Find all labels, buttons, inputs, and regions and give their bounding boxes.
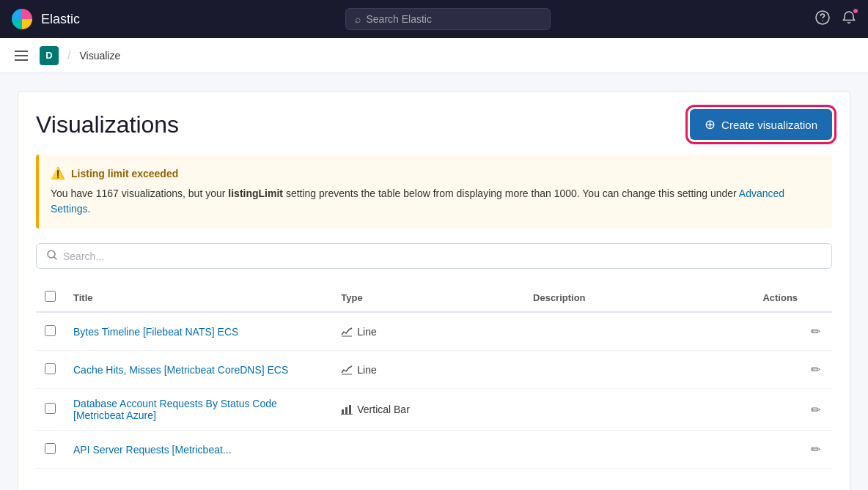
type-label: Line <box>357 364 376 376</box>
search-icon: ⌕ <box>355 13 361 25</box>
search-bar-container: ⌕ Search Elastic <box>89 8 806 30</box>
page-header: Visualizations ⊕ Create visualization <box>36 109 832 140</box>
viz-title-link[interactable]: API Server Requests [Metricbeat... <box>73 444 232 456</box>
notifications-button[interactable] <box>842 10 856 29</box>
viz-title-link[interactable]: Database Account Requests By Status Code… <box>73 398 277 421</box>
select-all-checkbox[interactable] <box>45 291 56 302</box>
page-title: Visualizations <box>36 111 179 138</box>
table-row: API Server Requests [Metricbeat... ✏ <box>36 431 832 469</box>
search-bar-placeholder: Search Elastic <box>367 13 432 25</box>
content-card: Visualizations ⊕ Create visualization ⚠️… <box>18 91 850 490</box>
hamburger-line-1 <box>15 51 28 52</box>
edit-button[interactable]: ✏ <box>808 360 823 379</box>
table-row: Database Account Requests By Status Code… <box>36 389 832 431</box>
breadcrumb-separator: / <box>67 49 70 62</box>
visualizations-table-container: Title Type Description Actions Bytes Tim… <box>36 283 832 490</box>
breadcrumb-label: Visualize <box>79 50 120 62</box>
create-visualization-button[interactable]: ⊕ Create visualization <box>690 109 832 140</box>
line-chart-icon <box>341 364 353 376</box>
type-cell: Line <box>341 364 515 376</box>
description-cell <box>524 389 754 431</box>
svg-rect-6 <box>342 409 344 414</box>
svg-rect-7 <box>345 407 347 414</box>
global-search-bar[interactable]: ⌕ Search Elastic <box>345 8 551 30</box>
elastic-logo <box>12 9 32 29</box>
col-header-actions: Actions <box>754 283 832 312</box>
edit-button[interactable]: ✏ <box>808 322 823 341</box>
row-checkbox[interactable] <box>45 325 56 336</box>
sub-navigation: D / Visualize <box>0 38 868 73</box>
type-label: Line <box>357 326 376 338</box>
help-button[interactable] <box>815 10 830 29</box>
search-input-wrapper <box>36 243 832 269</box>
edit-button[interactable]: ✏ <box>808 400 823 420</box>
svg-point-1 <box>822 20 823 21</box>
col-header-description: Description <box>524 283 754 312</box>
warning-body-prefix: You have 1167 visualizations, but your <box>51 188 228 199</box>
help-icon <box>815 10 830 25</box>
type-cell: Line <box>341 326 515 338</box>
col-header-type: Type <box>332 283 524 312</box>
type-cell: Vertical Bar <box>341 404 515 415</box>
viz-title-link[interactable]: Bytes Timeline [Filebeat NATS] ECS <box>73 326 238 338</box>
warning-title: ⚠️ Listing limit exceeded <box>51 166 820 180</box>
viz-title-link[interactable]: Cache Hits, Misses [Metricbeat CoreDNS] … <box>73 364 288 376</box>
svg-line-3 <box>54 257 57 260</box>
col-header-title: Title <box>65 283 332 312</box>
nav-icons <box>815 10 856 29</box>
warning-banner: ⚠️ Listing limit exceeded You have 1167 … <box>36 155 832 229</box>
search-input-icon <box>47 250 57 262</box>
notification-badge <box>852 7 859 15</box>
hamburger-line-3 <box>15 59 28 61</box>
plus-circle-icon: ⊕ <box>705 116 716 133</box>
warning-title-text: Listing limit exceeded <box>71 168 178 179</box>
description-cell <box>524 431 754 469</box>
svg-rect-8 <box>349 405 351 414</box>
table-header: Title Type Description Actions <box>36 283 832 312</box>
warning-icon: ⚠️ <box>51 166 65 180</box>
description-cell <box>524 351 754 389</box>
table-row: Bytes Timeline [Filebeat NATS] ECS Line … <box>36 312 832 351</box>
warning-setting: listingLimit <box>228 188 283 199</box>
create-viz-label: Create visualization <box>721 119 817 131</box>
visualizations-table: Title Type Description Actions Bytes Tim… <box>36 283 832 469</box>
bar-chart-icon <box>341 404 353 415</box>
brand-title: Elastic <box>41 12 80 27</box>
row-checkbox[interactable] <box>45 363 56 374</box>
search-input[interactable] <box>63 250 821 262</box>
row-checkbox[interactable] <box>45 403 56 414</box>
row-checkbox[interactable] <box>45 443 56 454</box>
description-cell <box>524 312 754 351</box>
menu-toggle-button[interactable] <box>12 48 31 64</box>
warning-body-suffix: . <box>88 203 91 215</box>
line-chart-icon <box>341 326 353 338</box>
top-navigation: Elastic ⌕ Search Elastic <box>0 0 868 38</box>
hamburger-line-2 <box>15 55 28 56</box>
table-row: Cache Hits, Misses [Metricbeat CoreDNS] … <box>36 351 832 389</box>
main-content: Visualizations ⊕ Create visualization ⚠️… <box>0 73 868 490</box>
table-body: Bytes Timeline [Filebeat NATS] ECS Line … <box>36 312 832 469</box>
type-label: Vertical Bar <box>357 404 410 415</box>
edit-button[interactable]: ✏ <box>808 439 823 459</box>
breadcrumb-initial: D <box>40 46 59 65</box>
warning-body: You have 1167 visualizations, but your l… <box>51 186 820 217</box>
warning-body-middle: setting prevents the table below from di… <box>283 188 739 199</box>
